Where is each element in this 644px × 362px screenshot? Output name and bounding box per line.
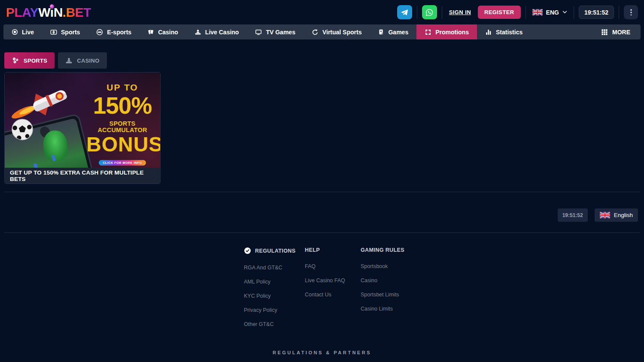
tv-games-icon (255, 29, 262, 36)
sports-tab-icon (12, 57, 19, 64)
regulations-icon (244, 247, 251, 254)
soccer-ball-icon (12, 119, 33, 142)
divider (619, 6, 619, 19)
header-actions: SIGN IN REGISTER ENG 19:51:52 (397, 5, 638, 19)
nav-item-promotions[interactable]: Promotions (416, 24, 477, 39)
footer-column-title: GAMING RULES (361, 247, 404, 253)
logo-win-text: WiN (38, 5, 63, 20)
footer-link-sportsbook[interactable]: Sportsbook (361, 263, 404, 269)
banner-cta-button[interactable]: CLICK FOR MORE INFO (99, 160, 146, 166)
live-icon (12, 29, 18, 35)
promo-caption: GET UP TO 150% EXTRA CASH FOR MULTIPLE B… (5, 168, 160, 184)
statistics-icon (485, 29, 492, 36)
footer-link-aml-policy[interactable]: AML Policy (244, 279, 295, 285)
promo-card[interactable]: UP TO 150% SPORTS ACCUMULATOR BONUS CLIC… (4, 72, 161, 184)
footer-link-casino-limits[interactable]: Casino Limits (361, 306, 404, 312)
telegram-icon (401, 9, 408, 16)
banner-text: UP TO 150% SPORTS ACCUMULATOR BONUS CLIC… (86, 83, 158, 166)
status-language-label: English (614, 212, 633, 218)
footer-link-privacy-policy[interactable]: Privacy Policy (244, 307, 295, 313)
nav-item-label: Promotions (435, 29, 469, 36)
nav-item-games[interactable]: Games (370, 24, 416, 39)
footer-link-other-gt-c[interactable]: Other GT&C (244, 321, 295, 327)
status-language-selector[interactable]: English (595, 208, 638, 222)
footer-link-sportsbet-limits[interactable]: Sportsbet Limits (361, 292, 404, 298)
nav-item-label: Games (388, 29, 408, 36)
divider (442, 6, 442, 19)
games-icon (378, 29, 384, 35)
divider (417, 6, 417, 19)
nav-item-sports[interactable]: Sports (42, 24, 88, 39)
footer-column-help: HELPFAQLive Casino FAQContact Us (305, 247, 345, 306)
content-tabs: SPORTS CASINO (4, 52, 107, 69)
footer-column-title: HELP (305, 247, 345, 253)
logo[interactable]: PLAYWiN.BET (6, 5, 91, 20)
regulations-partners-heading: REGULATIONS & PARTNERS (0, 350, 644, 355)
nav-item-label: MORE (612, 29, 630, 36)
status-clock: 19:51:52 (558, 208, 588, 222)
footer-column-title: REGULATIONS (244, 247, 295, 254)
footer-link-live-casino-faq[interactable]: Live Casino FAQ (305, 278, 345, 284)
tab-sports[interactable]: SPORTS (4, 52, 55, 69)
nav-item-label: TV Games (266, 29, 295, 36)
virtual-sports-icon (312, 29, 319, 36)
casino-tab-icon (65, 57, 73, 64)
nav-item-live-casino[interactable]: Live Casino (186, 24, 247, 39)
nav-item-label: Virtual Sports (322, 29, 362, 36)
divider (526, 6, 526, 19)
footer-link-rga-and-gt-c[interactable]: RGA And GT&C (244, 265, 295, 271)
language-code: ENG (546, 9, 559, 16)
chevron-down-icon (562, 11, 567, 14)
whatsapp-button[interactable] (422, 5, 437, 19)
register-button[interactable]: REGISTER (478, 6, 521, 19)
logo-bet-text: .BET (63, 5, 91, 20)
main-nav: LiveSportsE-sportsCasinoLive CasinoTV Ga… (3, 24, 641, 39)
footer-link-faq[interactable]: FAQ (305, 263, 345, 269)
banner-percent: 150% (86, 94, 158, 118)
footer-column-gaming-rules: GAMING RULESSportsbookCasinoSportsbet Li… (361, 247, 404, 320)
divider (4, 232, 640, 233)
uk-flag-icon (532, 9, 543, 15)
more-icon (601, 29, 608, 36)
divider (4, 192, 640, 192)
nav-item-casino[interactable]: Casino (140, 24, 186, 39)
disco-ball-icon (50, 4, 54, 9)
nav-item-tv-games[interactable]: TV Games (247, 24, 303, 39)
banner-bonus: BONUS (86, 134, 158, 155)
header-clock: 19:51:52 (579, 6, 614, 19)
sign-in-link[interactable]: SIGN IN (449, 9, 471, 15)
telegram-button[interactable] (397, 5, 412, 19)
divider (574, 6, 574, 19)
rocket-icon (6, 76, 84, 126)
kebab-menu-button[interactable] (624, 5, 638, 19)
uk-flag-icon (600, 212, 610, 218)
kebab-menu-icon (630, 9, 632, 16)
footer-column-regulations: REGULATIONSRGA And GT&CAML PolicyKYC Pol… (244, 247, 295, 335)
promo-banner: UP TO 150% SPORTS ACCUMULATOR BONUS CLIC… (5, 72, 160, 168)
casino-icon (148, 29, 154, 35)
footer-link-kyc-policy[interactable]: KYC Policy (244, 293, 295, 299)
nav-item-statistics[interactable]: Statistics (477, 24, 531, 39)
nav-item-label: E-sports (107, 29, 131, 36)
nav-item-more[interactable]: MORE (591, 24, 641, 39)
header: PLAYWiN.BET SIGN IN REGISTER ENG 19:51:5… (0, 0, 644, 24)
nav-item-label: Sports (61, 29, 80, 36)
promotions-icon (425, 29, 431, 36)
footer-link-contact-us[interactable]: Contact Us (305, 292, 345, 298)
tab-label: CASINO (77, 57, 99, 64)
footer-link-casino[interactable]: Casino (361, 278, 404, 284)
whatsapp-icon (425, 9, 433, 16)
tab-casino[interactable]: CASINO (58, 52, 106, 69)
banner-up-to: UP TO (86, 83, 158, 92)
sports-icon (50, 29, 57, 36)
nav-item-e-sports[interactable]: E-sports (88, 24, 140, 39)
nav-item-label: Casino (158, 29, 178, 36)
esports-icon (96, 29, 103, 36)
tab-label: SPORTS (24, 57, 47, 64)
goalkeeper-figure (42, 130, 69, 163)
nav-item-virtual-sports[interactable]: Virtual Sports (304, 24, 370, 39)
language-selector[interactable]: ENG (531, 9, 569, 16)
nav-item-label: Live (22, 29, 34, 36)
nav-item-live[interactable]: Live (3, 24, 42, 39)
banner-subtitle: SPORTS ACCUMULATOR (86, 121, 158, 133)
